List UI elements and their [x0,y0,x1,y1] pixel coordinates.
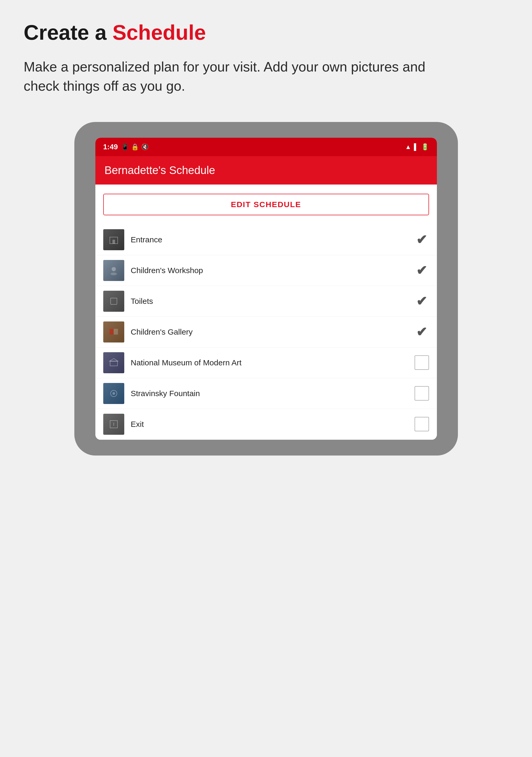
item-thumbnail-exit [103,414,124,435]
item-label-exit: Exit [131,420,415,429]
schedule-list: Entrance Children's Workshop [95,225,437,440]
svg-point-10 [112,392,115,395]
checkmark-toilets [415,294,429,308]
checkmark-gallery [415,325,429,339]
item-thumbnail-gallery [103,321,124,343]
svg-marker-8 [109,358,118,361]
item-thumbnail-fountain [103,383,124,404]
page-description: Make a personalized plan for your visit.… [24,57,444,96]
signal-icon: ▌ [414,143,418,151]
checkmark-entrance [415,232,429,247]
phone-icon: 📱 [121,143,129,151]
item-thumbnail-workshop [103,260,124,281]
schedule-item-gallery[interactable]: Children's Gallery [95,317,437,348]
device-frame: 1:49 📱 🔒 🔇 ▲ ▌ 🔋 Bernadette's Schedule [74,122,458,456]
screen-content: EDIT SCHEDULE Entrance [95,194,437,440]
svg-rect-6 [114,329,118,335]
item-label-museum: National Museum of Modern Art [131,358,415,367]
wifi-icon: ▲ [405,143,411,151]
status-bar: 1:49 📱 🔒 🔇 ▲ ▌ 🔋 [95,138,437,156]
page-title: Create a Schedule [24,21,508,44]
page-wrapper: Create a Schedule Make a personalized pl… [0,0,532,471]
checkmark-workshop [415,263,429,278]
edit-schedule-button[interactable]: EDIT SCHEDULE [103,194,429,215]
svg-point-3 [111,273,117,275]
schedule-item-toilets[interactable]: Toilets [95,286,437,317]
status-bar-left: 1:49 📱 🔒 🔇 [103,143,149,151]
item-label-toilets: Toilets [131,297,415,306]
title-highlight: Schedule [112,21,206,44]
battery-icon: 🔋 [421,143,429,151]
phone-screen: 1:49 📱 🔒 🔇 ▲ ▌ 🔋 Bernadette's Schedule [95,138,437,440]
lock-icon: 🔒 [131,143,139,151]
checkbox-museum[interactable] [415,355,429,370]
item-thumbnail-entrance [103,229,124,250]
schedule-item-entrance[interactable]: Entrance [95,225,437,255]
item-label-gallery: Children's Gallery [131,327,415,336]
schedule-item-museum[interactable]: National Museum of Modern Art [95,348,437,378]
checkbox-fountain[interactable] [415,386,429,401]
svg-rect-7 [110,361,117,366]
schedule-item-workshop[interactable]: Children's Workshop [95,255,437,286]
app-bar-title: Bernadette's Schedule [104,164,215,177]
status-icons-left: 📱 🔒 🔇 [121,143,149,151]
svg-rect-4 [111,298,117,304]
svg-rect-5 [109,329,113,335]
title-static: Create a [24,21,112,44]
schedule-item-fountain[interactable]: Stravinsky Fountain [95,378,437,409]
status-time: 1:49 [103,143,118,151]
svg-point-2 [112,267,116,271]
schedule-item-exit[interactable]: Exit [95,409,437,440]
item-label-workshop: Children's Workshop [131,266,415,275]
edit-schedule-button-label: EDIT SCHEDULE [231,200,301,209]
item-thumbnail-toilets [103,291,124,312]
item-label-fountain: Stravinsky Fountain [131,389,415,398]
status-bar-right: ▲ ▌ 🔋 [405,143,429,151]
item-label-entrance: Entrance [131,235,415,244]
checkbox-exit[interactable] [415,417,429,431]
nosound-icon: 🔇 [141,143,149,151]
item-thumbnail-museum [103,352,124,373]
app-bar: Bernadette's Schedule [95,156,437,185]
svg-rect-1 [112,240,115,244]
